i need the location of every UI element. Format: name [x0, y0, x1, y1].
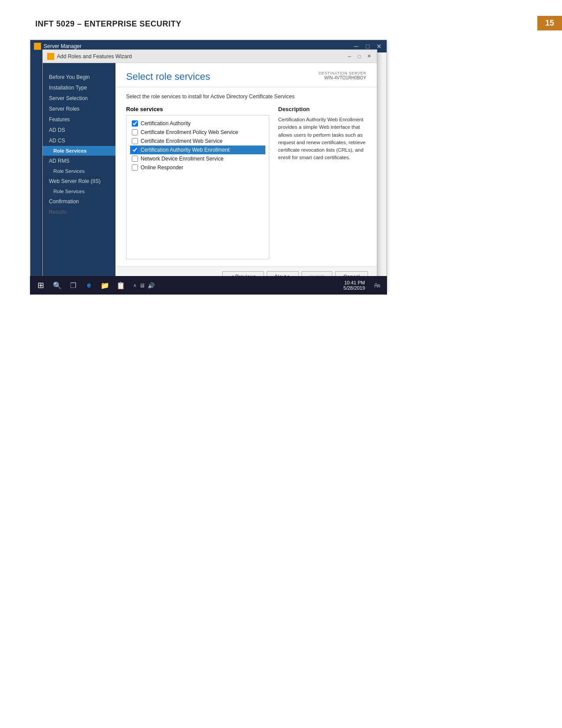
role-service-ndes-checkbox[interactable] [132, 156, 138, 162]
wizard-close[interactable]: ✕ [365, 53, 372, 60]
taskbar-clock[interactable]: 10:41 PM 5/28/2019 [343, 280, 368, 291]
server-manager-controls: ─ □ ✕ [352, 43, 383, 50]
role-service-cews-label: Certificate Enrollment Web Service [141, 138, 223, 144]
role-service-cawe-label: Certification Authority Web Enrollment [141, 147, 230, 153]
taskbar-search-icon[interactable]: 🔍 [50, 278, 64, 292]
taskbar-explorer-icon[interactable]: 📁 [98, 278, 112, 292]
nav-role-services-adrms[interactable]: Role Services [43, 166, 115, 176]
nav-before-you-begin[interactable]: Before You Begin [43, 72, 115, 82]
wizard-header-title: Select role services [126, 71, 210, 82]
wizard-content: Before You Begin Installation Type Serve… [43, 63, 377, 287]
role-service-ndes[interactable]: Network Device Enrollment Service [130, 154, 265, 163]
nav-ad-ds[interactable]: AD DS [43, 125, 115, 135]
sm-close[interactable]: ✕ [375, 43, 383, 50]
role-service-cews-checkbox[interactable] [132, 138, 138, 144]
taskbar-notification-icon[interactable]: 🗛 [370, 278, 384, 292]
nav-installation-type[interactable]: Installation Type [43, 82, 115, 93]
taskbar-chevron-icon[interactable]: ∧ [133, 283, 137, 288]
role-services-column-header: Role services [126, 106, 269, 112]
taskbar-network-icon: 🖥 [139, 282, 145, 289]
role-service-cepws[interactable]: Certificate Enrollment Policy Web Servic… [130, 128, 265, 137]
description-panel: Description Certification Authority Web … [278, 106, 366, 259]
taskbar-date: 5/28/2019 [343, 285, 365, 291]
wizard-body: Select the role services to install for … [115, 87, 377, 266]
wizard-titlebar: Add Roles and Features Wizard ─ □ ✕ [43, 50, 377, 63]
wizard-icon [47, 53, 54, 60]
role-service-ca-label: Certification Authority [141, 120, 190, 127]
wizard-title-controls: ─ □ ✕ [346, 53, 372, 60]
role-service-or-checkbox[interactable] [132, 164, 138, 171]
taskbar: ⊞ 🔍 ❐ e 📁 📋 ∧ 🖥 🔊 10:41 PM 5/28/2019 🗛 [30, 276, 387, 295]
description-column-header: Description [278, 106, 366, 112]
nav-role-services-iis[interactable]: Role Services [43, 187, 115, 196]
taskbar-volume-icon: 🔊 [148, 282, 155, 289]
sm-maximize[interactable]: □ [364, 43, 372, 50]
nav-results: Results [43, 207, 115, 217]
course-title: INFT 5029 – ENTERPRISE SECURITY [35, 19, 182, 29]
role-service-ca[interactable]: Certification Authority [130, 119, 265, 128]
wizard-minimize[interactable]: ─ [346, 53, 353, 60]
sm-minimize[interactable]: ─ [352, 43, 360, 50]
server-manager-title: Server Manager [44, 43, 82, 49]
wizard-maximize[interactable]: □ [356, 53, 363, 60]
nav-features[interactable]: Features [43, 114, 115, 125]
role-service-cepws-label: Certificate Enrollment Policy Web Servic… [141, 129, 238, 135]
description-text: Certification Authority Web Enrollment p… [278, 116, 366, 162]
body-description: Select the role services to install for … [126, 93, 366, 100]
wizard-window: Add Roles and Features Wizard ─ □ ✕ Befo… [42, 49, 377, 287]
destination-server-label: DESTINATION SERVER [319, 71, 366, 75]
role-service-or[interactable]: Online Responder [130, 163, 265, 172]
nav-server-roles[interactable]: Server Roles [43, 104, 115, 114]
nav-ad-rms[interactable]: AD RMS [43, 156, 115, 166]
nav-server-selection[interactable]: Server Selection [43, 93, 115, 104]
taskbar-time: 10:41 PM [343, 280, 365, 285]
wizard-nav: Before You Begin Installation Type Serve… [43, 63, 115, 287]
taskbar-sys-tray: ∧ 🖥 🔊 [130, 282, 158, 289]
role-service-cawe-checkbox[interactable] [132, 147, 138, 153]
nav-role-services-adcs[interactable]: Role Services [43, 146, 115, 156]
nav-confirmation[interactable]: Confirmation [43, 196, 115, 207]
nav-web-server-role[interactable]: Web Server Role (IIS) [43, 176, 115, 187]
taskbar-task-view-icon[interactable]: ❐ [66, 278, 80, 292]
taskbar-server-manager-icon[interactable]: 📋 [114, 278, 128, 292]
role-services-layout: Role services Certification Authority Ce… [126, 106, 366, 259]
taskbar-edge-icon[interactable]: e [82, 278, 96, 292]
destination-server-name: WIN-4VTO1RH0BOY [319, 75, 366, 80]
nav-ad-cs[interactable]: AD CS [43, 135, 115, 146]
page-number: 15 [537, 16, 562, 30]
role-service-cews[interactable]: Certificate Enrollment Web Service [130, 137, 265, 146]
wizard-title: Add Roles and Features Wizard [57, 53, 132, 60]
role-service-or-label: Online Responder [141, 164, 183, 171]
wizard-main-panel: Select role services DESTINATION SERVER … [115, 63, 377, 287]
destination-server-info: DESTINATION SERVER WIN-4VTO1RH0BOY [319, 71, 366, 80]
role-services-list: Certification Authority Certificate Enro… [126, 115, 269, 259]
taskbar-start-button[interactable]: ⊞ [33, 277, 48, 293]
server-manager-icon [34, 43, 41, 50]
role-service-ndes-label: Network Device Enrollment Service [141, 156, 223, 162]
wizard-header: Select role services DESTINATION SERVER … [115, 63, 377, 87]
role-service-cepws-checkbox[interactable] [132, 129, 138, 135]
role-service-cawe[interactable]: Certification Authority Web Enrollment [130, 146, 265, 154]
role-service-ca-checkbox[interactable] [132, 120, 138, 127]
